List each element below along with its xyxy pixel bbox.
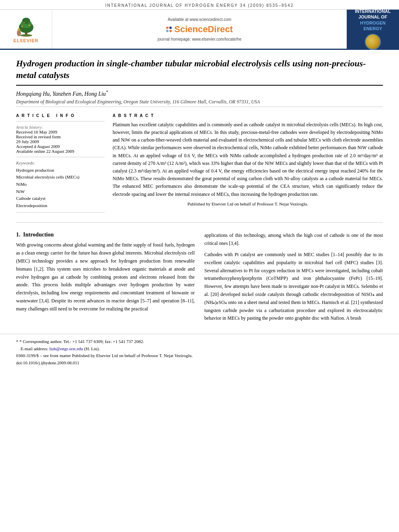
elsevier-logo-inner: ELSEVIER [13, 15, 38, 43]
sd-dot-orange-2 [169, 30, 172, 32]
svg-point-4 [22, 18, 30, 24]
svg-point-6 [29, 25, 30, 26]
title-section: Hydrogen production in single-chamber tu… [16, 50, 383, 86]
elsevier-logo-box: ELSEVIER [0, 10, 52, 49]
sd-dot-row-1 [166, 27, 172, 29]
email-indent [16, 346, 19, 351]
article-info-col: A R T I C L E I N F O Article history: R… [16, 113, 105, 216]
keyword-1: Hydrogen production [16, 167, 105, 174]
journal-header-text: International Journal of Hydrogen Energy… [105, 3, 294, 8]
revised-date: 29 July 2009 [16, 139, 105, 144]
divider-2 [16, 157, 105, 157]
keyword-6: Electrodeposition [16, 202, 105, 210]
keyword-4: NiW [16, 188, 105, 195]
available-text: Available at www.sciencedirect.com [168, 17, 231, 22]
journal-homepage: journal homepage: www.elsevier.com/locat… [158, 37, 241, 41]
footnote-doi: doi:10.1016/j.ijhydene.2009.08.011 [16, 359, 383, 367]
keyword-3: NiMo [16, 181, 105, 188]
svg-point-5 [21, 26, 23, 27]
article-content: Hydrogen production in single-chamber tu… [0, 50, 399, 330]
abstract-text: Platinum has excellent catalytic capabil… [113, 121, 383, 198]
journal-header: International Journal of Hydrogen Energy… [0, 0, 399, 10]
body-content: 1. Introduction With growing concerns ab… [16, 223, 383, 330]
he-hydrogen: HYDROGENENERGY [360, 21, 386, 31]
authors: Hongqiang Hu, Yanzhen Fan, Hong Liu* [16, 90, 383, 97]
footnote-corresponding-text: * Corresponding author. Tel.: +1 541 737… [19, 339, 144, 344]
email-suffix: (H. Liu). [84, 346, 100, 351]
elsevier-wordmark: ELSEVIER [13, 38, 38, 43]
svg-point-9 [17, 29, 20, 31]
keyword-5: Cathode catalyst [16, 195, 105, 202]
sd-icon [166, 27, 172, 32]
intro-section-title: 1. Introduction [16, 232, 195, 238]
section-number: 1. [16, 232, 21, 238]
footnote-copyright: 0360-3199/$ – see front matter Published… [16, 352, 383, 359]
accepted-value: Accepted 4 August 2009 [16, 144, 105, 149]
body-col-right: applications of this technology, among w… [204, 232, 383, 326]
keyword-2: Microbial electrolysis cells (MECs) [16, 174, 105, 181]
intro-para-2: applications of this technology, among w… [204, 232, 383, 248]
top-banner: ELSEVIER Available at www.sciencedirect.… [0, 10, 399, 50]
he-inner: InternationalJournal ofHYDROGENENERGY [355, 8, 391, 50]
email-link[interactable]: liuh@engr.orst.edu [49, 346, 83, 351]
available-value: Available online 22 August 2009 [16, 149, 105, 154]
intro-para-1: With growing concerns about global warmi… [16, 241, 195, 313]
divider-3 [16, 212, 105, 213]
footnote-email: E-mail address: liuh@engr.orst.edu (H. L… [16, 345, 383, 353]
svg-point-7 [23, 22, 25, 23]
page-wrapper: International Journal of Hydrogen Energy… [0, 0, 399, 532]
email-label: E-mail address: [21, 346, 48, 351]
svg-point-1 [20, 34, 32, 37]
authors-section: Hongqiang Hu, Yanzhen Fan, Hong Liu* Dep… [16, 86, 383, 107]
article-title: Hydrogen production in single-chamber tu… [16, 58, 383, 81]
direct-text: Direct [208, 24, 232, 34]
sd-dot-row-2 [166, 30, 172, 32]
he-circle-icon [365, 34, 381, 50]
abstract-heading: A B S T R A C T [113, 113, 383, 118]
elsevier-tree-icon [14, 15, 38, 37]
revised-label: Received in revised form [16, 134, 105, 139]
section-title-text: Introduction [23, 232, 54, 238]
sd-dot-lightblue [166, 30, 169, 32]
received-value: Received 16 May 2009 [16, 129, 105, 134]
hydrogen-energy-box: InternationalJournal ofHYDROGENENERGY [347, 10, 399, 49]
abstract-col: A B S T R A C T Platinum has excellent c… [113, 113, 383, 216]
he-title: InternationalJournal ofHYDROGENENERGY [355, 8, 391, 31]
divider-1 [16, 121, 105, 121]
science-text: Science [174, 24, 208, 34]
sd-dot-blue-1 [169, 27, 172, 29]
keywords-label: Keywords: [16, 160, 105, 165]
history-label: Article history: [16, 125, 105, 129]
author-names: Hongqiang Hu, Yanzhen Fan, Hong Liu [16, 91, 106, 97]
sd-dot-orange-1 [166, 27, 169, 29]
two-col-info: A R T I C L E I N F O Article history: R… [16, 107, 383, 223]
intro-para-3: Cathodes with Pt catalyst are commonly u… [204, 251, 383, 322]
footnote-asterisk: * [16, 339, 19, 344]
article-footer: * * Corresponding author. Tel.: +1 541 7… [0, 334, 399, 370]
published-by: Published by Elsevier Ltd on behalf of P… [113, 201, 383, 206]
author-asterisk: * [106, 90, 108, 94]
affiliation: Department of Biological and Ecological … [16, 99, 383, 105]
sciencedirect-box: Available at www.sciencedirect.com Scien… [52, 10, 347, 49]
sciencedirect-wordmark: ScienceDirect [174, 24, 233, 35]
footnote-corresponding: * * Corresponding author. Tel.: +1 541 7… [16, 338, 383, 345]
article-info-heading: A R T I C L E I N F O [16, 113, 105, 118]
sd-logo: ScienceDirect [166, 24, 233, 35]
body-two-col: 1. Introduction With growing concerns ab… [16, 232, 383, 326]
body-col-left: 1. Introduction With growing concerns ab… [16, 232, 195, 326]
